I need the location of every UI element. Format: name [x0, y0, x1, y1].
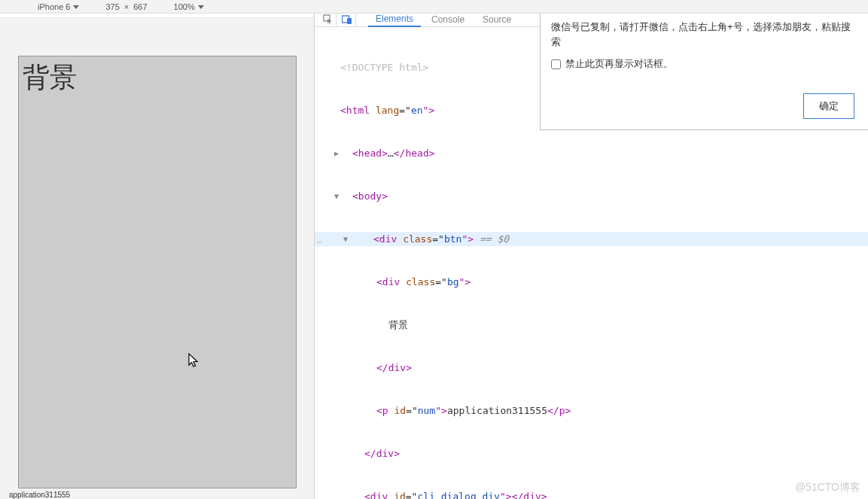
expand-arrow-icon[interactable]: ▶: [334, 146, 339, 160]
dim-x: ×: [124, 2, 129, 11]
device-toolbar: iPhone 6 375 × 667 100%: [0, 0, 868, 14]
dom-selected-row[interactable]: ⋯▼<div class="btn"> == $0: [315, 232, 868, 246]
chevron-down-icon: [73, 5, 79, 9]
app-number-text: application311555: [9, 491, 70, 499]
watermark: @51CTO博客: [795, 481, 860, 494]
collapse-arrow-icon[interactable]: ▼: [334, 189, 339, 203]
bg-text: 背景: [19, 56, 296, 99]
suppress-checkbox[interactable]: [551, 59, 561, 69]
tab-console[interactable]: Console: [424, 13, 472, 26]
cursor-icon: [188, 353, 200, 373]
device-preview-pane: 背景 application311555: [0, 14, 315, 499]
chevron-down-icon: [198, 5, 204, 9]
dom-div-btn-close[interactable]: </div>: [340, 446, 400, 461]
devtools-pane: Elements Console Source <!DOCTYPE html> …: [315, 14, 868, 499]
dom-head[interactable]: <head>…</head>: [340, 146, 435, 160]
svg-rect-2: [347, 18, 352, 24]
dom-div-bg-close[interactable]: </div>: [340, 361, 412, 375]
dim-width[interactable]: 375: [105, 2, 119, 11]
device-select[interactable]: iPhone 6: [38, 2, 79, 11]
dom-div-bg[interactable]: <div class="bg">: [340, 275, 471, 289]
dom-body-open[interactable]: <body>: [340, 189, 388, 203]
collapse-arrow-icon[interactable]: ▼: [343, 232, 348, 246]
ellipsis-icon: ⋯: [317, 235, 322, 249]
dom-div-cli[interactable]: <div id="cli_dialog_div"></div>: [340, 489, 547, 499]
dim-height[interactable]: 667: [133, 2, 147, 11]
suppress-label: 禁止此页再显示对话框。: [565, 57, 673, 71]
viewport-dims: 375 × 667: [105, 2, 147, 11]
device-toggle-icon[interactable]: [340, 13, 356, 26]
ok-button[interactable]: 确定: [803, 93, 854, 119]
dom-doctype: <!DOCTYPE html>: [340, 60, 428, 75]
inspect-icon[interactable]: [320, 13, 337, 26]
dom-p-num[interactable]: <p id="num">application311555</p>: [340, 403, 571, 418]
dom-html-open[interactable]: <html lang="en">: [340, 103, 434, 117]
alert-dialog: 微信号已复制，请打开微信，点击右上角+号，选择添加朋友，粘贴搜索 禁止此页再显示…: [540, 14, 868, 130]
dialog-message: 微信号已复制，请打开微信，点击右上角+号，选择添加朋友，粘贴搜索: [551, 20, 854, 50]
zoom-select[interactable]: 100%: [174, 2, 204, 11]
device-frame[interactable]: 背景: [18, 56, 297, 488]
tab-elements[interactable]: Elements: [368, 12, 421, 27]
dom-bg-text[interactable]: 背景: [340, 318, 408, 332]
suppress-checkbox-row[interactable]: 禁止此页再显示对话框。: [551, 57, 854, 71]
tab-sources[interactable]: Source: [475, 13, 519, 26]
